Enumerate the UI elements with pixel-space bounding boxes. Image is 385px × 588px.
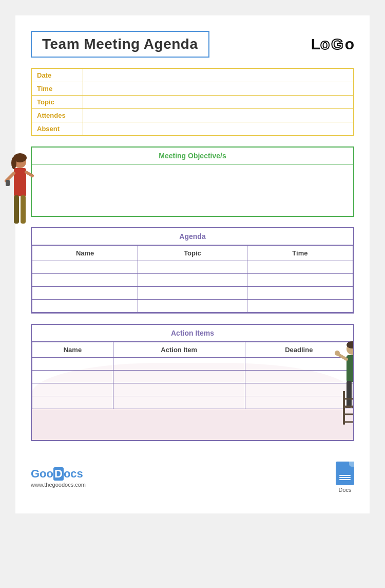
objectives-header: Meeting Objective/s — [32, 148, 353, 164]
agenda-section: Agenda Name Topic Time — [31, 227, 354, 314]
agenda-name — [32, 287, 138, 300]
attendees-value — [83, 109, 354, 122]
table-row: Topic — [31, 96, 354, 109]
agenda-col-name: Name — [32, 246, 138, 261]
table-row: Absent — [31, 122, 354, 136]
table-row — [32, 358, 353, 371]
table-row — [32, 371, 353, 383]
brand-docs: ocs — [64, 467, 83, 480]
agenda-name — [32, 274, 138, 287]
man-figure — [333, 340, 354, 425]
action-name — [32, 371, 113, 383]
table-row — [32, 300, 353, 313]
docs-icon-line — [339, 477, 351, 478]
agenda-col-topic: Topic — [138, 246, 247, 261]
svg-line-4 — [6, 173, 14, 181]
table-row — [32, 287, 353, 300]
svg-rect-3 — [14, 168, 26, 196]
agenda-topic — [138, 261, 247, 274]
page-header: Team Meeting Agenda LoGo — [31, 31, 354, 58]
agenda-name — [32, 261, 138, 274]
action-col-name: Name — [32, 342, 113, 358]
table-row — [32, 274, 353, 287]
action-item — [113, 358, 245, 371]
logo: LoGo — [311, 35, 354, 53]
docs-icon-line — [339, 475, 351, 476]
agenda-header: Agenda — [32, 228, 353, 245]
table-row — [32, 261, 353, 274]
date-label: Date — [31, 68, 83, 82]
docs-icon: Docs — [336, 462, 354, 493]
table-row: Date — [31, 68, 354, 82]
brand-goo: Goo — [31, 467, 53, 480]
time-label: Time — [31, 82, 83, 96]
agenda-time — [247, 300, 353, 313]
gooddocs-logo: GooDocs — [31, 467, 86, 481]
topic-label: Topic — [31, 96, 83, 109]
agenda-topic — [138, 287, 247, 300]
attendees-label: Attendes — [31, 109, 83, 122]
agenda-time — [247, 287, 353, 300]
agenda-name — [32, 300, 138, 313]
action-header: Action Items — [32, 325, 353, 342]
agenda-header-row: Name Topic Time — [32, 246, 353, 261]
footer-brand: GooDocs www.thegoodocs.com — [31, 467, 86, 488]
action-header-row: Name Action Item Deadline — [32, 342, 353, 358]
page-footer: GooDocs www.thegoodocs.com Docs — [31, 456, 354, 493]
action-item — [113, 371, 245, 383]
time-value — [83, 82, 354, 96]
svg-rect-15 — [346, 381, 352, 407]
table-row: Attendes — [31, 109, 354, 122]
docs-icon-image — [336, 462, 354, 485]
action-item — [113, 383, 245, 396]
brand-dash: D — [53, 467, 64, 481]
action-name — [32, 358, 113, 371]
action-name — [32, 396, 113, 409]
objectives-body — [32, 164, 353, 216]
absent-label: Absent — [31, 122, 83, 136]
page-title: Team Meeting Agenda — [31, 31, 209, 58]
absent-value — [83, 122, 354, 136]
topic-value — [83, 96, 354, 109]
svg-rect-6 — [14, 195, 19, 224]
svg-rect-24 — [351, 406, 354, 408]
svg-rect-7 — [21, 195, 26, 224]
footer-url: www.thegoodocs.com — [31, 482, 86, 488]
svg-line-5 — [26, 172, 32, 176]
action-table: Name Action Item Deadline — [32, 342, 353, 409]
docs-icon-line — [339, 479, 351, 480]
docs-icon-lines — [339, 475, 351, 481]
agenda-topic — [138, 300, 247, 313]
action-item — [113, 396, 245, 409]
table-row: Time — [31, 82, 354, 96]
table-row — [32, 396, 353, 409]
agenda-time — [247, 261, 353, 274]
docs-label: Docs — [338, 487, 351, 493]
svg-rect-8 — [6, 180, 10, 186]
action-name — [32, 383, 113, 396]
agenda-col-time: Time — [247, 246, 353, 261]
agenda-topic — [138, 274, 247, 287]
svg-point-2 — [11, 157, 16, 169]
svg-rect-16 — [353, 381, 354, 407]
action-section: Action Items Name Action Item Deadline — [31, 324, 354, 441]
svg-point-14 — [335, 351, 340, 356]
objectives-section: Meeting Objective/s — [31, 146, 354, 217]
info-table: Date Time Topic Attendes Absent — [31, 68, 354, 136]
table-row — [32, 383, 353, 396]
action-col-item: Action Item — [113, 342, 245, 358]
agenda-time — [247, 274, 353, 287]
date-value — [83, 68, 354, 82]
woman-figure — [4, 153, 37, 230]
svg-rect-23 — [345, 406, 351, 408]
agenda-table: Name Topic Time — [32, 245, 353, 313]
